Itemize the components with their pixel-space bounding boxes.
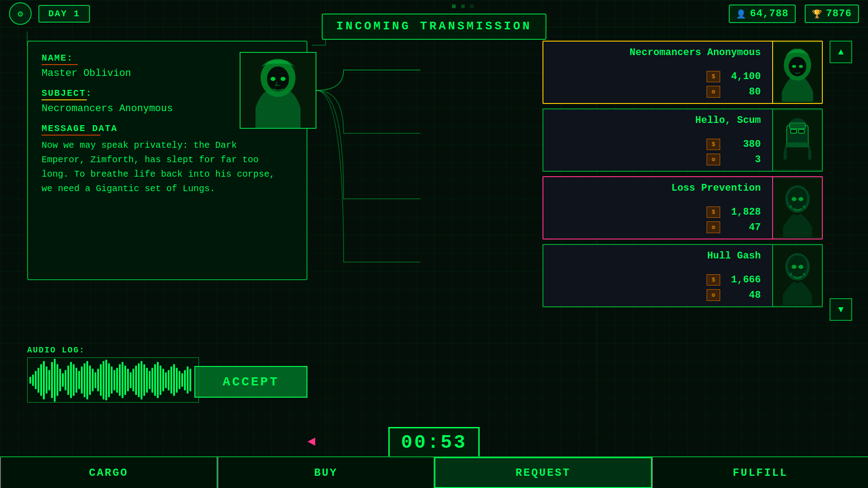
credits-icon-box: $ <box>707 206 720 218</box>
cargo-button[interactable]: CARGO <box>0 457 217 488</box>
svg-rect-12 <box>241 53 316 128</box>
credits-amount: 4,100 <box>725 71 761 82</box>
waveform-bar <box>154 364 156 396</box>
waveform-bar <box>94 372 96 388</box>
rep-icon-box: ⚙ <box>707 289 720 301</box>
mission-portrait <box>772 109 822 171</box>
waveform-display <box>27 357 199 403</box>
waveform-bar <box>73 364 75 396</box>
waveform-bar <box>132 369 134 391</box>
waveform-bar <box>165 372 167 388</box>
rep-amount: 80 <box>725 86 761 98</box>
buy-button[interactable]: BUY <box>217 457 435 488</box>
waveform-bar <box>189 369 191 391</box>
waveform-bar <box>108 363 110 397</box>
credits-symbol: $ <box>712 277 715 283</box>
waveform-bar <box>116 368 118 393</box>
fulfill-button[interactable]: FULFILL <box>652 457 868 488</box>
waveform-bar <box>92 369 94 391</box>
credits-amount: 1,828 <box>725 206 761 218</box>
credits-amount: 1,666 <box>725 274 761 286</box>
bottom-nav: CARGO BUY REQUEST FULFILL <box>0 456 868 488</box>
waveform-bar <box>162 369 164 391</box>
waveform-bar <box>59 369 61 391</box>
credits-icon-box: $ <box>707 274 720 286</box>
svg-rect-19 <box>773 43 822 102</box>
waveform-bar <box>105 360 107 400</box>
mission-card[interactable]: Necromancers Anonymous $ 4,100 ⚙ 80 <box>542 41 823 104</box>
waveform-bar <box>103 361 104 399</box>
scroll-up-arrow[interactable]: ▲ <box>830 41 852 63</box>
waveform-bar <box>168 370 170 390</box>
waveform-bar <box>29 377 31 384</box>
rep-icon-box: ⚙ <box>707 154 720 165</box>
scroll-bar: ▲ ▼ <box>827 41 854 321</box>
waveform-bar <box>151 368 153 393</box>
rep-symbol: ⚙ <box>712 156 715 163</box>
waveform-bar <box>84 363 85 397</box>
waveform-bar <box>179 371 180 389</box>
waveform-bar <box>170 366 172 394</box>
mission-stats: $ 4,100 ⚙ 80 <box>550 71 765 98</box>
audio-label: AUDIO LOG: <box>27 346 199 355</box>
credits-row: $ 1,666 <box>550 274 761 286</box>
mission-portrait <box>772 177 822 239</box>
waveform-bar <box>48 370 50 390</box>
waveform-bar <box>35 371 37 389</box>
main-portrait <box>240 52 316 129</box>
waveform-bar <box>160 366 161 395</box>
rep-row: ⚙ 80 <box>550 86 761 98</box>
waveform-bar <box>122 362 123 398</box>
rep-symbol: ⚙ <box>712 291 715 299</box>
audio-log: AUDIO LOG: <box>27 346 199 404</box>
mission-portrait <box>772 245 822 306</box>
waveform-bar <box>135 366 137 395</box>
waveform-bar <box>65 370 66 390</box>
waveform-bar <box>81 366 83 394</box>
mission-title: Necromancers Anonymous <box>550 47 765 58</box>
rep-row: ⚙ 47 <box>550 221 761 233</box>
waveform-bar <box>173 364 175 396</box>
credits-amount: 380 <box>725 139 761 150</box>
credits-symbol: $ <box>712 209 715 216</box>
waveform-bar <box>75 368 77 393</box>
waveform-bar <box>176 368 178 393</box>
settings-button[interactable]: ⚙ <box>9 2 32 25</box>
mission-info: Hull Gash $ 1,666 ⚙ 48 <box>543 245 772 306</box>
accept-button[interactable]: ACCEPT <box>194 366 307 398</box>
mission-card[interactable]: Hull Gash $ 1,666 ⚙ 48 <box>542 244 823 307</box>
svg-rect-25 <box>798 129 804 133</box>
mission-title: Loss Prevention <box>550 183 765 194</box>
waveform-bar <box>187 366 189 394</box>
waveform-bar <box>127 369 129 391</box>
mission-title: Hull Gash <box>550 250 765 262</box>
waveform-bar <box>40 364 42 396</box>
credits-icon-box: $ <box>707 71 720 82</box>
svg-rect-23 <box>790 123 806 129</box>
mission-info: Loss Prevention $ 1,828 ⚙ 47 <box>543 177 772 239</box>
waveform-bar <box>111 366 113 394</box>
missions-panel: Necromancers Anonymous $ 4,100 ⚙ 80 <box>542 41 823 312</box>
waveform-bar <box>181 373 183 387</box>
request-button[interactable]: REQUEST <box>434 457 652 488</box>
rep-symbol: ⚙ <box>712 88 715 95</box>
credits-row: $ 1,828 <box>550 206 761 218</box>
svg-rect-26 <box>786 142 809 147</box>
waveform-bar <box>43 361 45 399</box>
mission-card[interactable]: Loss Prevention $ 1,828 ⚙ 47 <box>542 176 823 239</box>
rep-row: ⚙ 3 <box>550 154 761 165</box>
waveform-bar <box>97 369 99 391</box>
mission-info: Hello, Scum $ 380 ⚙ 3 <box>543 109 772 171</box>
waveform-bar <box>130 372 132 388</box>
waveform-bar <box>89 366 91 395</box>
credits-symbol: $ <box>712 141 715 148</box>
waveform-bar <box>141 361 142 399</box>
waveform-bar <box>38 368 39 393</box>
rep-icon-box: ⚙ <box>707 221 720 233</box>
waveform-bar <box>113 370 115 390</box>
scroll-down-arrow[interactable]: ▼ <box>830 298 852 321</box>
waveform-bar <box>149 371 151 389</box>
mission-card[interactable]: Hello, Scum $ 380 ⚙ 3 <box>542 108 823 172</box>
waveform-bar <box>67 366 69 395</box>
mission-info: Necromancers Anonymous $ 4,100 ⚙ 80 <box>543 42 772 103</box>
